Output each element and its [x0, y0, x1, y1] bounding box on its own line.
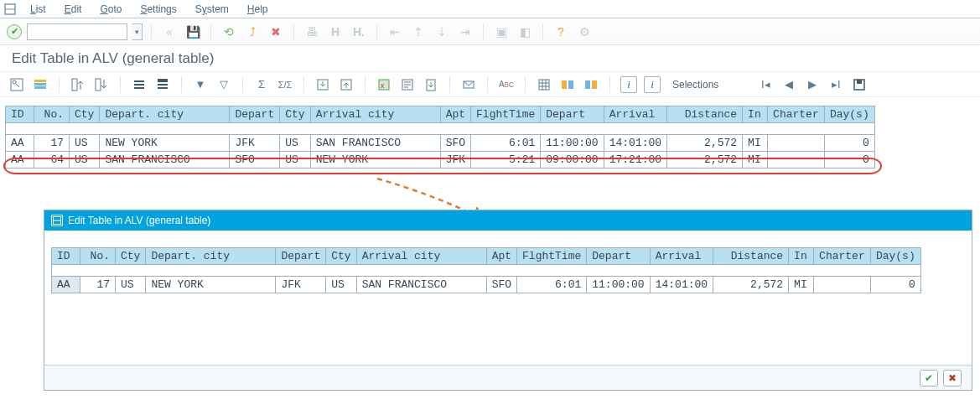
sum-icon[interactable]: Σ [253, 76, 270, 93]
col-days[interactable]: Day(s) [824, 106, 874, 123]
table-row[interactable]: AA 64 US SAN FRANCISCO SFO US NEW YORK J… [6, 152, 875, 169]
details-icon[interactable] [8, 76, 25, 93]
back-icon[interactable]: « [160, 23, 179, 41]
pcol-apt[interactable]: Apt [486, 248, 516, 265]
col-apt[interactable]: Apt [440, 106, 470, 123]
separator [151, 23, 152, 40]
col-id[interactable]: ID [6, 106, 34, 123]
page-title-text: Edit Table in ALV (general table) [12, 50, 214, 67]
exit-up-icon[interactable]: ⤴ [243, 23, 262, 41]
pcell-depart-t: 11:00:00 [587, 277, 650, 293]
find-next-icon[interactable]: H. [350, 23, 368, 41]
pcol-arrival-time[interactable]: Arrival [650, 248, 713, 265]
pcol-no[interactable]: No. [80, 248, 116, 265]
excel-icon[interactable]: x [376, 76, 392, 93]
popup-header-row: ID No. Cty Depart. city Depart Cty Arriv… [52, 248, 921, 265]
pcol-depart[interactable]: Depart [276, 248, 326, 265]
pcol-flighttime[interactable]: FlghtTime [517, 248, 587, 265]
save-icon[interactable]: 💾 [184, 23, 202, 41]
svg-rect-18 [585, 80, 590, 89]
pcol-cty1[interactable]: Cty [116, 248, 146, 265]
col-charter[interactable]: Charter [768, 106, 825, 123]
mail-icon[interactable] [460, 76, 477, 93]
nav-next-icon[interactable]: ▶ [804, 76, 821, 93]
menu-system[interactable]: System [187, 2, 237, 17]
emphasize-col-icon[interactable] [154, 76, 171, 93]
first-page-icon[interactable]: ⇤ [386, 23, 404, 41]
pcol-cty2[interactable]: Cty [326, 248, 356, 265]
pcol-id[interactable]: ID [52, 248, 80, 265]
menu-settings[interactable]: Settings [132, 2, 184, 17]
info-icon[interactable]: i [620, 76, 637, 93]
separator [542, 23, 543, 40]
separator [293, 23, 294, 40]
pcol-distance[interactable]: Distance [713, 248, 789, 265]
local-file-icon[interactable] [423, 76, 439, 93]
col-cty2[interactable]: Cty [280, 106, 310, 123]
filter-delete-icon[interactable]: ▽ [215, 76, 232, 93]
save-layout-icon[interactable] [583, 76, 599, 93]
info2-icon[interactable]: i [644, 76, 661, 93]
grid-icon[interactable] [536, 76, 552, 93]
col-no[interactable]: No. [34, 106, 70, 123]
col-arrival-time[interactable]: Arrival [604, 106, 666, 123]
table-row[interactable]: AA 17 US NEW YORK JFK US SAN FRANCISCO S… [6, 135, 875, 152]
col-in[interactable]: In [743, 106, 768, 123]
word-icon[interactable] [399, 76, 416, 93]
pcol-charter[interactable]: Charter [814, 248, 871, 265]
separator [365, 76, 366, 93]
popup-row[interactable]: AA 17 US NEW YORK JFK US SAN FRANCISCO S… [52, 277, 921, 293]
pcell-depart: JFK [276, 277, 326, 293]
prev-page-icon[interactable]: ⇡ [409, 23, 428, 41]
col-arrival-city[interactable]: Arrival city [310, 106, 440, 123]
okcode-input[interactable] [27, 23, 127, 40]
separator [449, 76, 450, 93]
enter-button[interactable]: ✔ [7, 24, 22, 39]
sort-asc-icon[interactable] [70, 76, 86, 93]
popup-titlebar[interactable]: Edit Table in ALV (general table) [44, 210, 972, 231]
selections-label[interactable]: Selections [667, 79, 723, 91]
filter-icon[interactable]: ▼ [192, 76, 209, 93]
emphasize-row-icon[interactable] [131, 76, 148, 93]
nav-prev-icon[interactable]: ◀ [780, 76, 797, 93]
new-session-icon[interactable]: ▣ [492, 23, 511, 41]
menu-goto[interactable]: Goto [91, 2, 130, 17]
cancel-icon[interactable]: ✖ [267, 23, 285, 41]
subtotal-icon[interactable]: Σ/Σ [277, 76, 293, 93]
pcol-depart-city[interactable]: Depart. city [146, 248, 276, 265]
sort-desc-icon[interactable] [93, 76, 110, 93]
pcol-arrival-city[interactable]: Arrival city [356, 248, 486, 265]
nav-first-icon[interactable]: I◂ [757, 76, 774, 93]
help-icon[interactable]: ? [552, 23, 570, 41]
col-distance[interactable]: Distance [667, 106, 743, 123]
nav-last-icon[interactable]: ▸I [827, 76, 844, 93]
shortcut-icon[interactable]: ◧ [516, 23, 534, 41]
abc-icon[interactable]: ABC [498, 76, 515, 93]
pcol-depart-time[interactable]: Depart [587, 248, 650, 265]
col-depart[interactable]: Depart [230, 106, 280, 123]
col-depart-city[interactable]: Depart. city [100, 106, 230, 123]
back-arrow-icon[interactable]: ⟲ [220, 23, 238, 41]
okcode-dropdown[interactable]: ▾ [132, 23, 143, 40]
pcol-days[interactable]: Day(s) [870, 248, 920, 265]
popup-ok-button[interactable]: ✔ [920, 370, 938, 386]
save-data-icon[interactable] [851, 76, 868, 93]
customize-icon[interactable]: ⚙ [575, 23, 594, 41]
col-cty1[interactable]: Cty [70, 106, 100, 123]
menu-edit[interactable]: Edit [56, 2, 91, 17]
menu-help[interactable]: Help [239, 2, 277, 17]
find-icon[interactable]: H [326, 23, 345, 41]
print-icon[interactable]: 🖶 [303, 23, 321, 41]
change-layout-icon[interactable] [559, 76, 576, 93]
next-page-icon[interactable]: ⇣ [433, 23, 451, 41]
menu-list[interactable]: List [22, 2, 54, 17]
cell-days: 0 [824, 135, 874, 152]
layout-icon[interactable] [32, 76, 49, 93]
import-icon[interactable] [314, 76, 331, 93]
col-flighttime[interactable]: FlghtTime [471, 106, 541, 123]
last-page-icon[interactable]: ⇥ [456, 23, 474, 41]
popup-cancel-button[interactable]: ✖ [943, 370, 962, 386]
col-depart-time[interactable]: Depart [541, 106, 604, 123]
pcol-in[interactable]: In [789, 248, 814, 265]
export-icon[interactable] [338, 76, 355, 93]
